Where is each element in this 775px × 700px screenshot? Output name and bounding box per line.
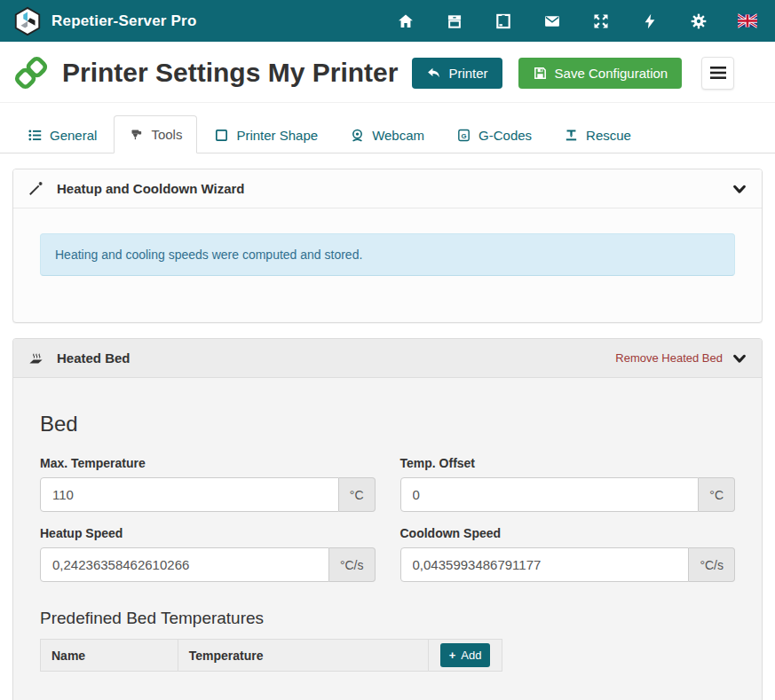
tab-webcam[interactable]: Webcam: [335, 116, 439, 153]
cooldown-speed-input[interactable]: [400, 547, 690, 582]
column-header-name: Name: [41, 640, 178, 672]
tab-rescue[interactable]: Rescue: [549, 116, 646, 153]
max-temperature-unit: °C: [339, 477, 376, 512]
chevron-down-icon[interactable]: [732, 181, 747, 197]
info-alert-text: Heating and cooling speeds were computed…: [55, 248, 362, 262]
tab-rescue-label: Rescue: [586, 128, 631, 143]
messages-icon[interactable]: [542, 12, 562, 31]
cooldown-speed-group: Cooldown Speed °C/s: [400, 512, 736, 582]
list-icon: [28, 128, 43, 143]
wizard-panel-title: Heatup and Cooldown Wizard: [28, 180, 245, 197]
brand-link[interactable]: Repetier-Server Pro: [12, 6, 196, 36]
heatup-speed-unit: °C/s: [329, 547, 376, 582]
temp-offset-unit: °C: [699, 477, 735, 512]
back-arrow-icon: [426, 66, 441, 81]
max-temperature-group: Max. Temperature °C: [40, 442, 376, 512]
temp-offset-label: Temp. Offset: [400, 456, 736, 470]
extruder-icon: [129, 127, 144, 142]
settings-tabs: General Tools Printer Shape Webcam G G-C…: [0, 115, 775, 153]
chevron-down-icon[interactable]: [732, 350, 747, 366]
wizard-panel-header[interactable]: Heatup and Cooldown Wizard: [13, 169, 762, 208]
rescue-icon: [564, 128, 579, 143]
heated-bed-panel-header[interactable]: Heated Bed Remove Heated Bed: [13, 339, 762, 378]
tab-tools[interactable]: Tools: [114, 115, 197, 153]
heated-bed-icon: [28, 350, 44, 366]
page-header: Printer Settings My Printer Printer Save…: [0, 42, 775, 103]
printer-button[interactable]: Printer: [412, 58, 502, 89]
save-icon: [533, 66, 548, 81]
webcam-icon: [350, 128, 365, 143]
plus-icon: +: [449, 649, 456, 662]
magic-wand-icon: [28, 180, 44, 197]
hamburger-icon: [710, 67, 726, 79]
add-temperature-button[interactable]: + Add: [440, 643, 491, 667]
wizard-panel-title-text: Heatup and Cooldown Wizard: [57, 181, 245, 196]
tab-general-label: General: [50, 128, 97, 143]
wizard-panel-body: Heating and cooling speeds were computed…: [13, 208, 762, 322]
tab-webcam-label: Webcam: [372, 128, 424, 143]
predefined-bed-temperatures-heading: Predefined Bed Temperatures: [40, 609, 735, 628]
tab-gcodes-label: G-Codes: [478, 128, 532, 143]
heatup-speed-input[interactable]: [40, 547, 329, 582]
predefined-bed-temperatures-table: Name Temperature + Add: [40, 639, 502, 672]
save-configuration-button[interactable]: Save Configuration: [518, 58, 683, 89]
add-button-label: Add: [461, 649, 481, 662]
global-settings-icon[interactable]: [689, 12, 708, 31]
heatup-speed-label: Heatup Speed: [40, 526, 376, 540]
heatup-speed-group: Heatup Speed °C/s: [40, 512, 376, 582]
cooldown-speed-label: Cooldown Speed: [400, 526, 736, 540]
quick-commands-icon[interactable]: [640, 12, 660, 31]
home-icon[interactable]: [396, 12, 415, 31]
printers-box-icon[interactable]: [445, 12, 464, 31]
tab-printer-shape[interactable]: Printer Shape: [199, 116, 333, 153]
heated-bed-panel-body: Bed Max. Temperature °C Temp. Offset °C …: [13, 378, 762, 700]
heated-bed-panel: Heated Bed Remove Heated Bed Bed Max. Te…: [12, 338, 763, 700]
remove-heated-bed-link[interactable]: Remove Heated Bed: [615, 351, 723, 365]
navbar: Repetier-Server Pro: [0, 0, 775, 42]
more-menu-button[interactable]: [701, 57, 734, 90]
tab-tools-label: Tools: [151, 127, 182, 142]
info-alert: Heating and cooling speeds were computed…: [40, 233, 735, 276]
temp-offset-input[interactable]: [400, 477, 700, 512]
tab-gcodes[interactable]: G G-Codes: [441, 116, 547, 153]
max-temperature-label: Max. Temperature: [40, 456, 376, 470]
repetier-logo-icon: [12, 6, 43, 36]
column-header-temperature: Temperature: [178, 640, 428, 672]
heated-bed-panel-title-text: Heated Bed: [57, 350, 130, 366]
square-outline-icon: [214, 128, 229, 143]
cooldown-speed-unit: °C/s: [689, 547, 735, 582]
brand-title: Repetier-Server Pro: [51, 12, 196, 30]
table-header-row: Name Temperature + Add: [41, 640, 502, 672]
printer-link-icon: [12, 54, 50, 91]
add-cell: + Add: [429, 640, 502, 672]
heatup-cooldown-wizard-panel: Heatup and Cooldown Wizard Heating and c…: [12, 169, 763, 323]
max-temperature-input[interactable]: [40, 477, 339, 512]
navbar-icons: [396, 12, 763, 31]
fullscreen-icon[interactable]: [591, 12, 611, 31]
temp-offset-group: Temp. Offset °C: [400, 442, 736, 512]
touchscreen-icon[interactable]: [494, 12, 513, 31]
bed-section-heading: Bed: [40, 412, 735, 437]
gcode-icon: G: [456, 128, 471, 143]
page-title: Printer Settings My Printer: [62, 58, 398, 88]
svg-text:G: G: [462, 132, 467, 140]
tab-general[interactable]: General: [12, 116, 112, 153]
header-buttons: Printer Save Configuration: [412, 57, 734, 90]
printer-button-label: Printer: [448, 66, 487, 81]
bed-form: Max. Temperature °C Temp. Offset °C Heat…: [40, 442, 735, 582]
heated-bed-panel-title: Heated Bed: [28, 350, 130, 366]
language-flag-uk-icon[interactable]: [738, 12, 757, 31]
tab-printer-shape-label: Printer Shape: [236, 128, 318, 143]
save-button-label: Save Configuration: [555, 66, 668, 81]
